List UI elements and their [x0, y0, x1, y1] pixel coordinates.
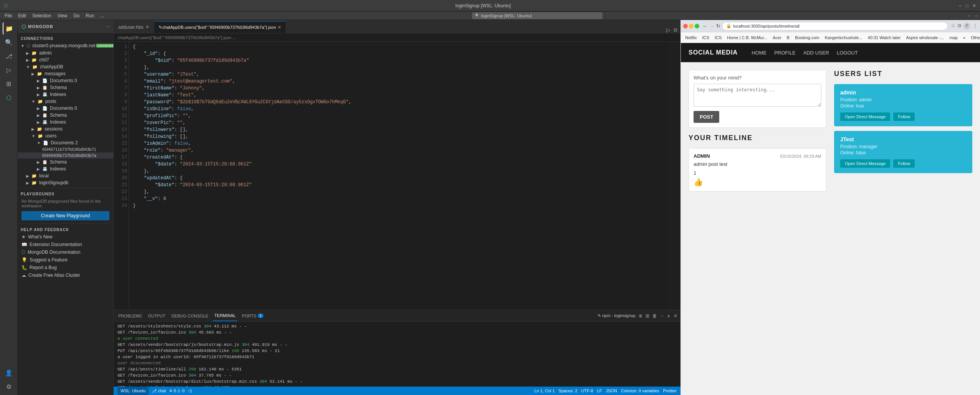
activity-mongodb[interactable]: ⬡	[3, 91, 15, 104]
nav-logout[interactable]: LOGOUT	[837, 50, 858, 56]
status-colorize[interactable]: Colorize: 0 variables	[621, 388, 659, 393]
menu-selection[interactable]: Selection	[29, 13, 54, 18]
status-ln-col[interactable]: Ln 1, Col 1	[534, 388, 555, 393]
menu-go[interactable]: Go	[70, 13, 83, 18]
bookmark-star[interactable]: ☆	[951, 23, 955, 30]
help-report-bug[interactable]: 🐛 Report a Bug	[18, 264, 113, 271]
post-textarea[interactable]	[694, 84, 821, 107]
browser-back-btn[interactable]: ←	[702, 23, 708, 29]
status-lang[interactable]: JSON	[606, 388, 617, 393]
menu-file[interactable]: File	[2, 13, 15, 18]
bookmark-ics1[interactable]: ICS	[700, 35, 711, 41]
browser-extensions-icon[interactable]: ⧉	[958, 23, 961, 30]
browser-menu-icon[interactable]: ⋮	[973, 23, 978, 30]
dm-button-jtest[interactable]: Open Direct Message	[840, 159, 890, 168]
code-editor[interactable]: { "_id": { "$oid": "65f46908b737fd186d94…	[129, 42, 669, 310]
bookmark-netflix[interactable]: Netflix	[683, 35, 699, 41]
sidebar-item-cluster[interactable]: ▼ ⬡ cluster0.ynuwarp.mongodb.net connect…	[18, 42, 113, 50]
browser-refresh-btn[interactable]: ↻	[716, 23, 720, 29]
help-suggest[interactable]: 💡 Suggest a Feature	[18, 256, 113, 264]
menu-more[interactable]: ...	[97, 13, 107, 18]
bookmark-booking[interactable]: Booking.com	[793, 35, 821, 41]
help-whats-new[interactable]: ★ What's New	[18, 233, 113, 241]
dm-button-admin[interactable]: Open Direct Message	[840, 112, 890, 121]
command-palette[interactable]: 🔍 loginSignup [WSL: Ubuntu]	[472, 12, 603, 19]
help-mongodb-docs[interactable]: ⬡ MongoDB Documentation	[18, 248, 113, 256]
status-encoding[interactable]: UTF-8	[581, 388, 593, 393]
activity-search[interactable]: 🔍	[3, 36, 15, 48]
follow-button-admin[interactable]: Follow	[893, 112, 915, 121]
like-button[interactable]: 👍	[694, 177, 703, 187]
menu-view[interactable]: View	[54, 13, 70, 18]
help-ext-docs[interactable]: 📖 Extension Documentation	[18, 241, 113, 248]
activity-settings[interactable]: ⚙	[3, 380, 15, 393]
sidebar-item-doc1[interactable]: 65f46711b737fd186d943b71	[18, 146, 113, 152]
follow-button-jtest[interactable]: Follow	[893, 159, 915, 168]
sidebar-item-chatappdb[interactable]: ▼ 📁 chatAppDB	[18, 63, 113, 70]
post-button[interactable]: POST	[694, 111, 719, 123]
create-playground-button[interactable]: Create New Playground	[22, 211, 109, 220]
sidebar-item-messages-indexes[interactable]: ▶ 📇 Indexes	[18, 91, 113, 98]
activity-accounts[interactable]: 👤	[3, 367, 15, 379]
window-minimize[interactable]: ─	[958, 3, 962, 8]
browser-close-btn[interactable]	[683, 24, 688, 28]
bookmark-watchlater[interactable]: 40:31 Watch later	[866, 35, 903, 41]
bookmark-b[interactable]: B	[785, 35, 791, 41]
terminal-close-icon[interactable]: ✕	[674, 313, 677, 319]
nav-back[interactable]: ←	[967, 13, 972, 18]
tab-debug-console[interactable]: DEBUG CONSOLE	[170, 310, 210, 321]
window-close[interactable]: ✕	[972, 3, 976, 8]
window-maximize[interactable]: □	[966, 3, 968, 8]
nav-profile[interactable]: PROFILE	[774, 50, 796, 56]
tab-problems[interactable]: PROBLEMS	[117, 310, 143, 321]
terminal-add-icon[interactable]: ⊕	[639, 313, 642, 319]
bookmark-kanger[interactable]: Kangertechushole...	[823, 35, 864, 41]
bookmark-home[interactable]: Home | C.B. McMur...	[725, 35, 769, 41]
menu-edit[interactable]: Edit	[15, 13, 29, 18]
sidebar-item-sessions[interactable]: ▶ 📁 sessions	[18, 126, 113, 132]
status-branch[interactable]: ⎇ chat	[152, 388, 166, 393]
tab-output[interactable]: OUTPUT	[146, 310, 167, 321]
tab-adduser[interactable]: adduser.hbs ✕	[114, 21, 154, 33]
bookmark-ics2[interactable]: ICS	[713, 35, 723, 41]
sidebar-item-posts-schema[interactable]: ▶ 📋 Schema	[18, 112, 113, 119]
sidebar-dots[interactable]: ···	[106, 24, 109, 29]
sidebar-item-local[interactable]: ▶ 📁 local	[18, 172, 113, 179]
menu-run[interactable]: Run	[83, 13, 97, 18]
status-eol[interactable]: LF	[597, 388, 602, 393]
tab-chatappdb[interactable]: ✎chatAppDB.users{"$oid":"65f46900b737fd1…	[154, 21, 286, 33]
sidebar-item-admin[interactable]: ▶ 📁 admin	[18, 50, 113, 56]
terminal-content[interactable]: GET /assets/stylesheets/style.css 304 43…	[114, 322, 680, 387]
bookmark-aspire[interactable]: Aspire wholesale -...	[904, 35, 946, 41]
browser-profile-icon[interactable]: P	[963, 23, 970, 30]
status-wsl[interactable]: WSL: Ubuntu	[118, 387, 149, 395]
nav-forward[interactable]: →	[974, 13, 978, 18]
terminal-split-icon[interactable]: ⊞	[646, 313, 649, 319]
activity-explorer[interactable]: 📁	[3, 22, 15, 35]
sidebar-item-users-docs[interactable]: ▼ 📄 Documents 2	[18, 139, 113, 146]
status-prettier[interactable]: Prettier	[663, 388, 677, 393]
terminal-trash-icon[interactable]: 🗑	[652, 313, 657, 319]
browser-forward-btn[interactable]: →	[709, 23, 715, 29]
tab-terminal[interactable]: TERMINAL	[213, 310, 237, 321]
sidebar-item-users-schema[interactable]: ▶ 📋 Schema	[18, 159, 113, 165]
split-icon[interactable]: ⊟	[674, 27, 677, 33]
sidebar-item-messages[interactable]: ▶ 📁 messages	[18, 70, 113, 77]
nav-home[interactable]: HOME	[752, 50, 766, 56]
tab-ports[interactable]: PORTS 1	[240, 310, 265, 321]
browser-min-btn[interactable]	[689, 24, 694, 28]
run-icon[interactable]: ▷	[666, 27, 670, 33]
bookmark-map[interactable]: map	[947, 35, 959, 41]
activity-git[interactable]: ⎇	[3, 50, 15, 62]
url-bar[interactable]: 🔒 localhost:3000/api/posts/timeline/all	[722, 22, 948, 30]
tab-adduser-close[interactable]: ✕	[146, 25, 149, 30]
sidebar-item-users[interactable]: ▼ 📁 users	[18, 132, 113, 139]
sidebar-item-users-indexes[interactable]: ▶ 📇 Indexes	[18, 165, 113, 172]
terminal-dots-icon[interactable]: ···	[660, 313, 664, 319]
terminal-chevron-icon[interactable]: ∧	[667, 313, 670, 319]
sidebar-item-posts[interactable]: ▼ 📁 posts	[18, 98, 113, 105]
sidebar-item-messages-docs[interactable]: ▶ 📄 Documents 0	[18, 77, 113, 84]
browser-max-btn[interactable]	[695, 24, 699, 28]
status-errors[interactable]: ✕ 0 ⚠ 0	[169, 388, 184, 393]
sidebar-item-doc2[interactable]: 65f46908b737fd186d943b7a	[18, 152, 113, 159]
